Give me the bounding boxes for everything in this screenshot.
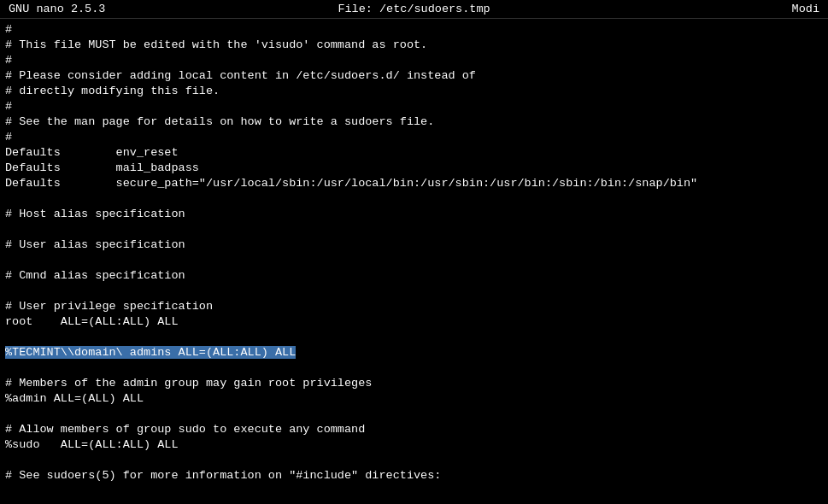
file-name: File: /etc/sudoers.tmp — [211, 3, 617, 15]
line: # — [5, 22, 823, 38]
line — [5, 222, 823, 237]
line — [5, 407, 823, 422]
line: Defaults env_reset — [5, 145, 823, 161]
line: %admin ALL=(ALL) ALL — [5, 391, 823, 407]
line: Defaults secure_path="/usr/local/sbin:/u… — [5, 176, 823, 191]
editor-area[interactable]: ## This file MUST be edited with the 'vi… — [0, 19, 828, 504]
title-bar: GNU nano 2.5.3 File: /etc/sudoers.tmp Mo… — [0, 0, 828, 19]
line: # See the man page for details on how to… — [5, 114, 823, 130]
line: # User privilege specification — [5, 299, 823, 314]
line — [5, 453, 823, 468]
line: %sudo ALL=(ALL:ALL) ALL — [5, 437, 823, 453]
line: %TECMINT\\domain\ admins ALL=(ALL:ALL) A… — [5, 345, 823, 360]
highlighted-line-text: %TECMINT\\domain\ admins ALL=(ALL:ALL) A… — [5, 346, 296, 359]
modified-indicator: Modi — [617, 3, 819, 15]
line: # Members of the admin group may gain ro… — [5, 376, 823, 391]
line: Defaults mail_badpass — [5, 161, 823, 176]
line: # User alias specification — [5, 237, 823, 253]
line: root ALL=(ALL:ALL) ALL — [5, 314, 823, 330]
line: # Host alias specification — [5, 207, 823, 222]
line: # This file MUST be edited with the 'vis… — [5, 38, 823, 53]
line — [5, 191, 823, 207]
line — [5, 284, 823, 299]
line — [5, 253, 823, 268]
line — [5, 360, 823, 376]
line — [5, 330, 823, 345]
app-name: GNU nano 2.5.3 — [9, 3, 211, 15]
line: # See sudoers(5) for more information on… — [5, 468, 823, 483]
line: # directly modifying this file. — [5, 84, 823, 99]
line: # — [5, 53, 823, 68]
line: # Cmnd alias specification — [5, 268, 823, 284]
line: # Allow members of group sudo to execute… — [5, 422, 823, 437]
line: # — [5, 99, 823, 114]
line: # — [5, 130, 823, 145]
line: # Please consider adding local content i… — [5, 68, 823, 84]
